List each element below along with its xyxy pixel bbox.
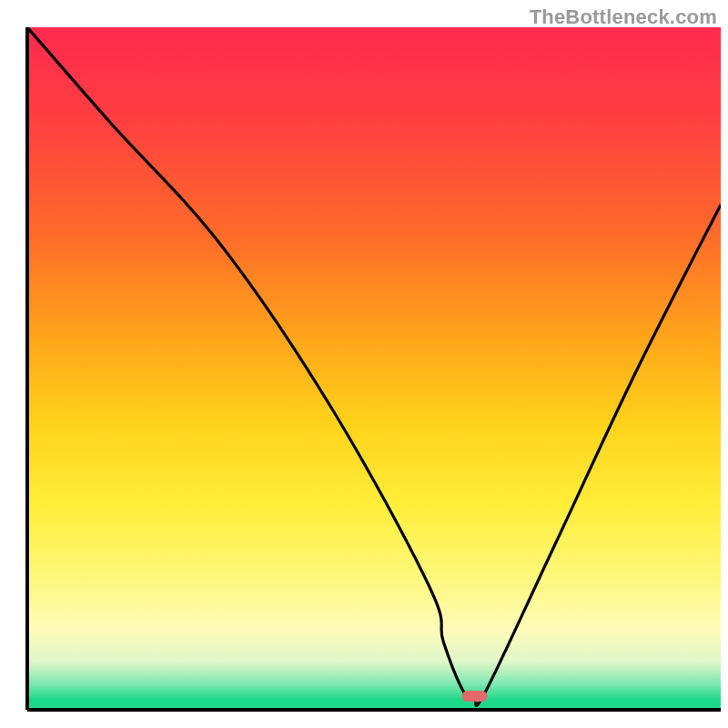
optimum-marker (461, 691, 487, 702)
bottleneck-chart (0, 0, 728, 728)
gradient-background (27, 27, 721, 710)
